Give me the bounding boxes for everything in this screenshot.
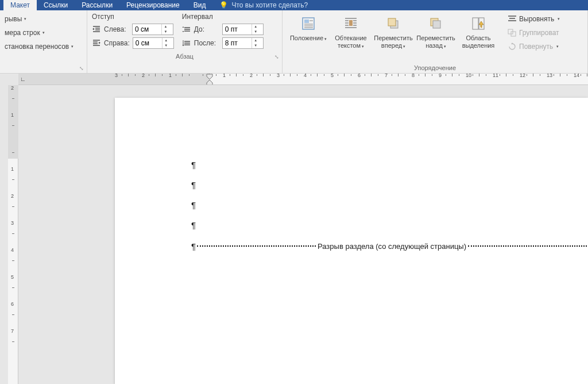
line-numbers-button[interactable]: мера строк — [5, 29, 45, 37]
backward-icon — [428, 14, 444, 33]
spin-down-icon[interactable]: ▼ — [252, 29, 260, 34]
hyphenation-button[interactable]: становка переносов — [5, 43, 74, 51]
tab-layout[interactable]: Макет — [3, 0, 37, 10]
tab-view[interactable]: Вид — [187, 0, 213, 10]
indent-right-spinner[interactable]: ▲▼ — [133, 37, 174, 49]
backward-button[interactable]: Переместить назад — [415, 14, 457, 50]
svg-rect-2 — [349, 20, 353, 26]
group-page-setup: рывы мера строк становка переносов ⤡ — [0, 10, 87, 73]
document-page[interactable]: ¶ ¶ ¶ ¶ ¶ Разрыв раздела (со следующей с… — [115, 98, 588, 384]
rotate-label: Повернуть — [519, 43, 553, 51]
spin-down-icon[interactable]: ▼ — [163, 43, 170, 48]
breaks-button[interactable]: рывы — [5, 15, 26, 23]
align-icon — [508, 15, 517, 23]
spacing-before-spinner[interactable]: ▲▼ — [222, 24, 264, 35]
group-label: Группироват — [519, 29, 559, 37]
group-icon — [508, 29, 517, 37]
spacing-after-label: После: — [194, 39, 219, 47]
tell-me-search[interactable]: 💡 Что вы хотите сделать? — [219, 1, 308, 9]
ribbon: рывы мера строк становка переносов ⤡ Отс… — [0, 10, 588, 74]
group-page-setup-label: ⤡ — [0, 70, 87, 73]
vertical-ruler[interactable]: 211234567 — [8, 85, 18, 384]
spacing-before-icon — [182, 25, 191, 34]
group-arrange-label: Упорядочение — [283, 63, 587, 73]
bulb-icon: 💡 — [219, 1, 228, 9]
indent-header: Отступ — [92, 13, 174, 21]
spin-up-icon[interactable]: ▲ — [162, 24, 169, 29]
spin-down-icon[interactable]: ▼ — [162, 29, 169, 34]
svg-rect-6 — [433, 21, 440, 28]
paragraph-mark: ¶ — [191, 220, 588, 240]
svg-rect-1 — [304, 20, 309, 23]
group-paragraph: Отступ Слева: ▲▼ Справа: — [87, 10, 283, 73]
indent-right-input[interactable] — [133, 39, 162, 47]
selection-pane-icon — [470, 14, 486, 33]
indent-right-label: Справа: — [104, 39, 130, 47]
spin-up-icon[interactable]: ▲ — [163, 38, 170, 43]
tab-mailings[interactable]: Рассылки — [75, 0, 119, 10]
align-button[interactable]: Выровнять — [508, 13, 560, 25]
spin-down-icon[interactable]: ▼ — [252, 43, 260, 48]
forward-label: Переместить вперед — [373, 34, 413, 50]
wrap-icon — [343, 14, 359, 33]
indent-right-icon — [92, 39, 101, 48]
rotate-button[interactable]: Повернуть — [508, 40, 560, 52]
spacing-after-icon — [182, 39, 191, 48]
tab-stop-selector[interactable]: ∟ — [20, 76, 27, 83]
section-break-label: Разрыв раздела (со следующей страницы) — [317, 242, 467, 251]
hanging-indent-marker[interactable] — [206, 79, 213, 85]
tell-me-text: Что вы хотите сделать? — [231, 1, 308, 9]
group-objects-button[interactable]: Группироват — [508, 26, 560, 39]
paragraph-launcher-icon[interactable]: ⤡ — [274, 54, 280, 60]
indent-left-spinner[interactable]: ▲▼ — [132, 24, 173, 35]
selection-pane-label: Область выделения — [458, 34, 498, 49]
position-icon — [300, 14, 316, 33]
spacing-after-spinner[interactable]: ▲▼ — [222, 37, 264, 49]
group-arrange: Положение Обтекание текстом Переместить … — [283, 10, 588, 73]
spacing-before-input[interactable] — [223, 25, 252, 33]
wrap-label: Обтекание текстом — [331, 34, 371, 50]
spacing-after-input[interactable] — [223, 39, 252, 47]
spin-up-icon[interactable]: ▲ — [252, 38, 260, 43]
page-content[interactable]: ¶ ¶ ¶ ¶ ¶ Разрыв раздела (со следующей с… — [191, 160, 588, 252]
indent-left-icon — [92, 25, 101, 34]
forward-button[interactable]: Переместить вперед — [372, 14, 415, 50]
selection-pane-button[interactable]: Область выделения — [457, 14, 500, 49]
wrap-button[interactable]: Обтекание текстом — [330, 14, 372, 50]
forward-icon — [385, 14, 401, 33]
position-button[interactable]: Положение — [287, 14, 330, 43]
tab-references[interactable]: Ссылки — [37, 0, 75, 10]
ribbon-tabs: Макет Ссылки Рассылки Рецензирование Вид… — [0, 0, 588, 10]
horizontal-ruler[interactable]: 321123456789101112131415 — [18, 74, 588, 85]
paragraph-mark: ¶ — [191, 160, 588, 180]
backward-label: Переместить назад — [416, 34, 456, 50]
svg-rect-7 — [473, 18, 478, 29]
paragraph-mark: ¶ — [191, 200, 588, 220]
spin-up-icon[interactable]: ▲ — [252, 24, 260, 29]
section-break: ¶ Разрыв раздела (со следующей страницы) — [191, 240, 588, 252]
rotate-icon — [508, 43, 517, 51]
indent-left-label: Слева: — [104, 25, 129, 33]
svg-rect-4 — [388, 18, 396, 26]
tab-review[interactable]: Рецензирование — [119, 0, 187, 10]
spacing-header: Интервал — [182, 13, 264, 21]
position-label: Положение — [290, 34, 327, 43]
page-setup-launcher-icon[interactable]: ⤡ — [79, 66, 84, 71]
indent-left-input[interactable] — [133, 25, 161, 33]
group-paragraph-label: Абзац ⤡ — [87, 52, 282, 62]
align-label: Выровнять — [519, 15, 554, 23]
spacing-before-label: До: — [194, 25, 219, 33]
paragraph-mark: ¶ — [191, 180, 588, 200]
